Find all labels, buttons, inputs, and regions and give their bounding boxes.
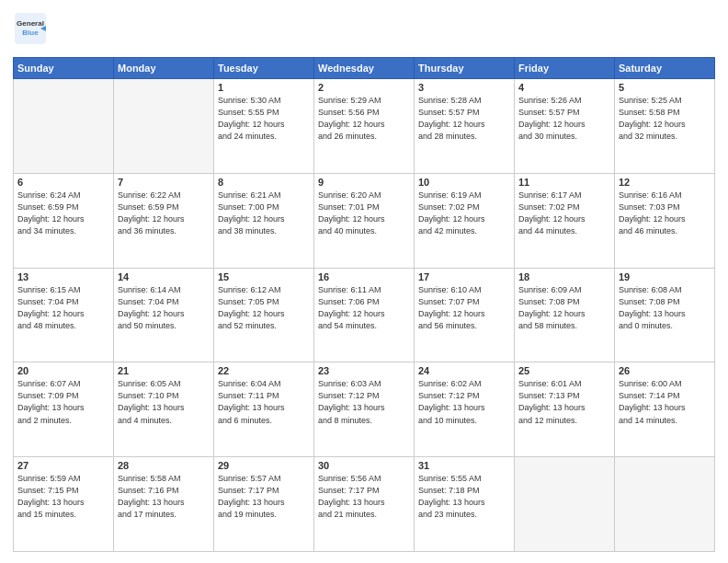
calendar-cell: 27Sunrise: 5:59 AM Sunset: 7:15 PM Dayli… bbox=[14, 457, 114, 552]
day-info: Sunrise: 6:07 AM Sunset: 7:09 PM Dayligh… bbox=[17, 378, 109, 426]
logo-icon: General Blue bbox=[13, 11, 48, 46]
calendar-cell: 18Sunrise: 6:09 AM Sunset: 7:08 PM Dayli… bbox=[515, 268, 615, 362]
day-number: 17 bbox=[418, 271, 510, 282]
calendar-cell: 10Sunrise: 6:19 AM Sunset: 7:02 PM Dayli… bbox=[415, 173, 515, 268]
day-number: 7 bbox=[118, 177, 210, 188]
day-number: 8 bbox=[218, 177, 310, 188]
day-number: 18 bbox=[518, 271, 610, 282]
day-number: 13 bbox=[17, 271, 109, 282]
day-info: Sunrise: 5:29 AM Sunset: 5:56 PM Dayligh… bbox=[318, 95, 410, 143]
day-info: Sunrise: 6:04 AM Sunset: 7:11 PM Dayligh… bbox=[218, 378, 310, 426]
calendar-cell: 30Sunrise: 5:56 AM Sunset: 7:17 PM Dayli… bbox=[314, 457, 415, 552]
calendar-header-row: SundayMondayTuesdayWednesdayThursdayFrid… bbox=[14, 58, 715, 79]
calendar-cell: 8Sunrise: 6:21 AM Sunset: 7:00 PM Daylig… bbox=[214, 173, 314, 268]
day-info: Sunrise: 6:21 AM Sunset: 7:00 PM Dayligh… bbox=[218, 190, 310, 237]
calendar-cell bbox=[14, 79, 114, 174]
calendar-week-1: 1Sunrise: 5:30 AM Sunset: 5:55 PM Daylig… bbox=[14, 79, 715, 174]
calendar-cell: 4Sunrise: 5:26 AM Sunset: 5:57 PM Daylig… bbox=[515, 79, 615, 174]
day-number: 1 bbox=[218, 82, 310, 93]
calendar-cell: 23Sunrise: 6:03 AM Sunset: 7:12 PM Dayli… bbox=[314, 362, 415, 457]
day-info: Sunrise: 6:16 AM Sunset: 7:03 PM Dayligh… bbox=[619, 190, 711, 237]
day-number: 19 bbox=[619, 271, 711, 282]
day-info: Sunrise: 6:05 AM Sunset: 7:10 PM Dayligh… bbox=[118, 378, 210, 426]
day-number: 31 bbox=[418, 460, 510, 471]
day-number: 9 bbox=[318, 177, 410, 188]
calendar-cell bbox=[615, 457, 715, 552]
logo: General Blue bbox=[13, 11, 48, 50]
calendar-cell: 1Sunrise: 5:30 AM Sunset: 5:55 PM Daylig… bbox=[214, 79, 314, 174]
day-number: 2 bbox=[318, 82, 410, 93]
calendar-week-3: 13Sunrise: 6:15 AM Sunset: 7:04 PM Dayli… bbox=[14, 268, 715, 362]
calendar-header-wednesday: Wednesday bbox=[314, 58, 415, 79]
day-number: 30 bbox=[318, 460, 410, 471]
calendar-week-4: 20Sunrise: 6:07 AM Sunset: 7:09 PM Dayli… bbox=[14, 362, 715, 457]
calendar-header-tuesday: Tuesday bbox=[214, 58, 314, 79]
calendar-cell: 19Sunrise: 6:08 AM Sunset: 7:08 PM Dayli… bbox=[615, 268, 715, 362]
calendar-cell: 29Sunrise: 5:57 AM Sunset: 7:17 PM Dayli… bbox=[214, 457, 314, 552]
calendar-cell: 20Sunrise: 6:07 AM Sunset: 7:09 PM Dayli… bbox=[14, 362, 114, 457]
calendar-cell: 16Sunrise: 6:11 AM Sunset: 7:06 PM Dayli… bbox=[314, 268, 415, 362]
day-info: Sunrise: 5:28 AM Sunset: 5:57 PM Dayligh… bbox=[418, 95, 510, 143]
calendar-table: SundayMondayTuesdayWednesdayThursdayFrid… bbox=[13, 57, 715, 552]
day-number: 11 bbox=[518, 177, 610, 188]
day-number: 21 bbox=[118, 365, 210, 376]
day-number: 5 bbox=[619, 82, 711, 93]
calendar-cell: 7Sunrise: 6:22 AM Sunset: 6:59 PM Daylig… bbox=[114, 173, 214, 268]
day-number: 25 bbox=[518, 365, 610, 376]
day-info: Sunrise: 6:10 AM Sunset: 7:07 PM Dayligh… bbox=[418, 284, 510, 332]
day-info: Sunrise: 6:17 AM Sunset: 7:02 PM Dayligh… bbox=[518, 190, 610, 237]
day-number: 22 bbox=[218, 365, 310, 376]
calendar-header-thursday: Thursday bbox=[415, 58, 515, 79]
day-info: Sunrise: 6:02 AM Sunset: 7:12 PM Dayligh… bbox=[418, 378, 510, 426]
calendar-header-sunday: Sunday bbox=[14, 58, 114, 79]
calendar-cell: 6Sunrise: 6:24 AM Sunset: 6:59 PM Daylig… bbox=[14, 173, 114, 268]
day-number: 14 bbox=[118, 271, 210, 282]
day-number: 24 bbox=[418, 365, 510, 376]
day-info: Sunrise: 5:25 AM Sunset: 5:58 PM Dayligh… bbox=[619, 95, 711, 143]
calendar-cell: 21Sunrise: 6:05 AM Sunset: 7:10 PM Dayli… bbox=[114, 362, 214, 457]
day-number: 16 bbox=[318, 271, 410, 282]
calendar-cell: 13Sunrise: 6:15 AM Sunset: 7:04 PM Dayli… bbox=[14, 268, 114, 362]
calendar-cell: 3Sunrise: 5:28 AM Sunset: 5:57 PM Daylig… bbox=[415, 79, 515, 174]
calendar-header-friday: Friday bbox=[515, 58, 615, 79]
day-number: 10 bbox=[418, 177, 510, 188]
day-info: Sunrise: 5:57 AM Sunset: 7:17 PM Dayligh… bbox=[218, 473, 310, 521]
calendar-header-saturday: Saturday bbox=[615, 58, 715, 79]
day-number: 3 bbox=[418, 82, 510, 93]
svg-text:Blue: Blue bbox=[22, 29, 39, 37]
day-info: Sunrise: 6:11 AM Sunset: 7:06 PM Dayligh… bbox=[318, 284, 410, 332]
day-info: Sunrise: 6:15 AM Sunset: 7:04 PM Dayligh… bbox=[17, 284, 109, 332]
day-info: Sunrise: 6:00 AM Sunset: 7:14 PM Dayligh… bbox=[619, 378, 711, 426]
calendar-header-monday: Monday bbox=[114, 58, 214, 79]
calendar-cell bbox=[515, 457, 615, 552]
calendar-cell: 12Sunrise: 6:16 AM Sunset: 7:03 PM Dayli… bbox=[615, 173, 715, 268]
day-number: 27 bbox=[17, 460, 109, 471]
day-info: Sunrise: 6:09 AM Sunset: 7:08 PM Dayligh… bbox=[518, 284, 610, 332]
calendar-cell: 28Sunrise: 5:58 AM Sunset: 7:16 PM Dayli… bbox=[114, 457, 214, 552]
day-number: 26 bbox=[619, 365, 711, 376]
day-number: 29 bbox=[218, 460, 310, 471]
day-info: Sunrise: 6:12 AM Sunset: 7:05 PM Dayligh… bbox=[218, 284, 310, 332]
page: General Blue SundayMondayTuesdayWednesda… bbox=[0, 0, 728, 563]
day-info: Sunrise: 6:19 AM Sunset: 7:02 PM Dayligh… bbox=[418, 190, 510, 237]
calendar-cell: 22Sunrise: 6:04 AM Sunset: 7:11 PM Dayli… bbox=[214, 362, 314, 457]
calendar-cell: 25Sunrise: 6:01 AM Sunset: 7:13 PM Dayli… bbox=[515, 362, 615, 457]
day-info: Sunrise: 5:26 AM Sunset: 5:57 PM Dayligh… bbox=[518, 95, 610, 143]
calendar-cell: 17Sunrise: 6:10 AM Sunset: 7:07 PM Dayli… bbox=[415, 268, 515, 362]
calendar-cell: 11Sunrise: 6:17 AM Sunset: 7:02 PM Dayli… bbox=[515, 173, 615, 268]
calendar-week-2: 6Sunrise: 6:24 AM Sunset: 6:59 PM Daylig… bbox=[14, 173, 715, 268]
day-number: 12 bbox=[619, 177, 711, 188]
calendar-cell: 14Sunrise: 6:14 AM Sunset: 7:04 PM Dayli… bbox=[114, 268, 214, 362]
day-number: 28 bbox=[118, 460, 210, 471]
day-number: 4 bbox=[518, 82, 610, 93]
day-info: Sunrise: 5:58 AM Sunset: 7:16 PM Dayligh… bbox=[118, 473, 210, 521]
calendar-cell: 2Sunrise: 5:29 AM Sunset: 5:56 PM Daylig… bbox=[314, 79, 415, 174]
calendar-cell: 5Sunrise: 5:25 AM Sunset: 5:58 PM Daylig… bbox=[615, 79, 715, 174]
calendar-cell: 9Sunrise: 6:20 AM Sunset: 7:01 PM Daylig… bbox=[314, 173, 415, 268]
day-number: 20 bbox=[17, 365, 109, 376]
calendar-cell bbox=[114, 79, 214, 174]
day-info: Sunrise: 5:59 AM Sunset: 7:15 PM Dayligh… bbox=[17, 473, 109, 521]
calendar-cell: 24Sunrise: 6:02 AM Sunset: 7:12 PM Dayli… bbox=[415, 362, 515, 457]
calendar-cell: 31Sunrise: 5:55 AM Sunset: 7:18 PM Dayli… bbox=[415, 457, 515, 552]
day-info: Sunrise: 6:24 AM Sunset: 6:59 PM Dayligh… bbox=[17, 190, 109, 237]
